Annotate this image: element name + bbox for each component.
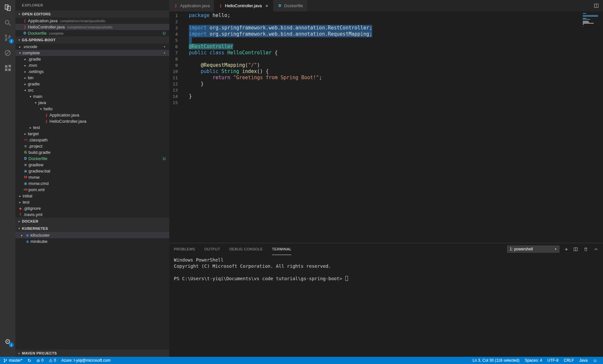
kill-terminal-button[interactable] [583,247,588,252]
status-feedback[interactable]: ☺ [590,357,600,364]
open-editor-item[interactable]: DDockerfilecompleteU [15,30,169,36]
tree-folder[interactable]: ▸test [15,124,169,131]
code-line: 3import org.springframework.web.bind.ann… [169,25,603,31]
status-git-branch[interactable]: master* [1,357,25,364]
chevron-down-icon: ▾ [17,38,22,42]
code-token [189,62,201,68]
tree-file[interactable]: Mmvnw [15,174,169,180]
sidebar-explorer: EXPLORER ▾ OPEN EDITORS JApplication.jav… [15,0,169,357]
tree-file[interactable]: Gbuild.gradle [15,149,169,155]
open-editors-header[interactable]: ▾ OPEN EDITORS [15,10,169,18]
tree-file[interactable]: JApplication.java [15,112,169,118]
tree-folder[interactable]: ▸.gradle [15,56,169,62]
status-errors[interactable]: ⊘0 [34,357,46,364]
panel-tab-output[interactable]: OUTPUT [204,243,220,255]
kubernetes-item[interactable]: ●minikube [15,238,169,245]
code-token: org.springframework.web.bind.annotation.… [207,31,372,37]
maximize-panel-button[interactable] [594,247,598,252]
status-language-mode[interactable]: Java [576,357,590,364]
project-section-header[interactable]: ▾ GS-SPRING-BOOT [15,36,169,44]
tree-file[interactable]: JHelloController.java [15,118,169,124]
code-token [189,75,212,81]
tree-file[interactable]: ◆.gitignore [15,205,169,211]
code-line: 14} [169,93,603,100]
item-label: bin [28,75,33,80]
panel-tab-debug-console[interactable]: DEBUG CONSOLE [229,243,263,255]
activity-explorer-button[interactable] [0,0,15,15]
tree-folder[interactable]: ▸.mvn [15,62,169,68]
code-token: package [189,12,210,18]
tree-folder[interactable]: ▾main [15,93,169,100]
tree-folder[interactable]: ▾complete● [15,50,169,56]
split-editor-button[interactable] [594,3,599,9]
code-editor[interactable]: 1package hello;23import org.springframew… [169,11,603,243]
maven-section-header[interactable]: ▸ MAVEN PROJECTS [15,350,169,357]
tree-folder[interactable]: ▸gradle [15,81,169,87]
kubernetes-item[interactable]: ▸●k8scluster [15,232,169,238]
open-editor-item[interactable]: JApplication.javacomplete\src\main\java\… [15,18,169,24]
tree-file[interactable]: ▣mvnw.cmd [15,180,169,187]
tree-folder[interactable]: ▾hello [15,106,169,112]
panel-tab-problems[interactable]: PROBLEMS [174,243,195,255]
tree-folder[interactable]: ▸.vscode● [15,44,169,50]
status-warnings[interactable]: ⚠0 [46,357,59,364]
activity-bar: 2 ⚙ 1 [0,0,15,357]
tab-application-java[interactable]: JApplication.java [169,0,214,11]
eclipse-icon: ≡ [23,144,28,148]
panel-tab-terminal[interactable]: TERMINAL [272,243,292,255]
settings-button[interactable]: ⚙ 1 [0,335,15,349]
tree-file[interactable]: ≡.project [15,143,169,149]
open-editor-item[interactable]: JHelloController.javacomplete\src\main\j… [15,24,169,30]
mvnw-cmd-icon: ▣ [23,182,28,185]
activity-search-button[interactable] [0,15,15,30]
terminal-output[interactable]: Windows PowerShellCopyright (C) Microsof… [169,255,603,357]
code-lines: 1package hello;23import org.springframew… [169,12,603,106]
minimap[interactable] [583,13,600,28]
close-icon[interactable]: × [265,3,269,9]
status-sync[interactable]: ↻ [25,357,34,364]
tree-folder[interactable]: ▾src [15,87,169,93]
terminal-picker[interactable]: 1: powershell ▼ [507,246,559,253]
activity-extensions-button[interactable] [0,60,15,75]
chevron-down-icon: ▼ [554,248,557,251]
project-name-label: GS-SPRING-BOOT [22,38,56,42]
item-label: pom.xml [28,187,45,192]
tab-bar: JApplication.javaJHelloController.java×D… [169,0,603,11]
new-terminal-button[interactable]: + [565,246,568,252]
code-token: class [210,50,224,56]
split-terminal-button[interactable] [573,247,578,252]
tree-folder[interactable]: ▸test [15,199,169,205]
status-indentation[interactable]: Spaces: 4 [522,357,545,364]
tree-file[interactable]: </>pom.xml [15,187,169,193]
status-cursor-position[interactable]: Ln 3, Col 30 (116 selected) [470,357,522,364]
chevron-down-icon: ▾ [33,101,38,104]
tree-file[interactable]: DDockerfileU [15,155,169,162]
status-bar-right: Ln 3, Col 30 (116 selected)Spaces: 4UTF-… [470,357,603,364]
code-token: ; [319,75,322,81]
open-editors-list: JApplication.javacomplete\src\main\java\… [15,18,169,36]
tab-dockerfile[interactable]: DDockerfile [273,0,307,11]
editor-tabs: JApplication.javaJHelloController.java×D… [169,0,307,11]
panel-header: PROBLEMSOUTPUTDEBUG CONSOLETERMINAL 1: p… [169,243,603,255]
code-token [239,68,242,74]
debug-icon [4,49,12,57]
tree-folder[interactable]: ▸initial [15,193,169,199]
status-eol[interactable]: CRLF [561,357,576,364]
tree-file[interactable]: <>.classpath [15,137,169,143]
activity-source-control-button[interactable]: 2 [0,30,15,45]
status-azure-account[interactable]: Azure: t-yiqi@microsoft.com [59,357,113,364]
code-token: () { [257,68,269,74]
tab-hellocontroller-java[interactable]: JHelloController.java× [214,0,273,11]
code-token: @RequestMapping [201,62,245,68]
tree-file[interactable]: ▣gradlew.bat [15,168,169,174]
tree-file[interactable]: !.travis.yml [15,211,169,218]
tree-folder[interactable]: ▸.settings [15,68,169,75]
tree-file[interactable]: ≡gradlew [15,162,169,168]
docker-section-header[interactable]: ▸ DOCKER [15,218,169,225]
activity-debug-button[interactable] [0,45,15,60]
tree-folder[interactable]: ▸target [15,131,169,137]
tree-folder[interactable]: ▸bin [15,75,169,81]
status-encoding[interactable]: UTF-8 [545,357,561,364]
tree-folder[interactable]: ▾java [15,100,169,106]
kubernetes-section-header[interactable]: ▾ KUBERNETES [15,225,169,232]
